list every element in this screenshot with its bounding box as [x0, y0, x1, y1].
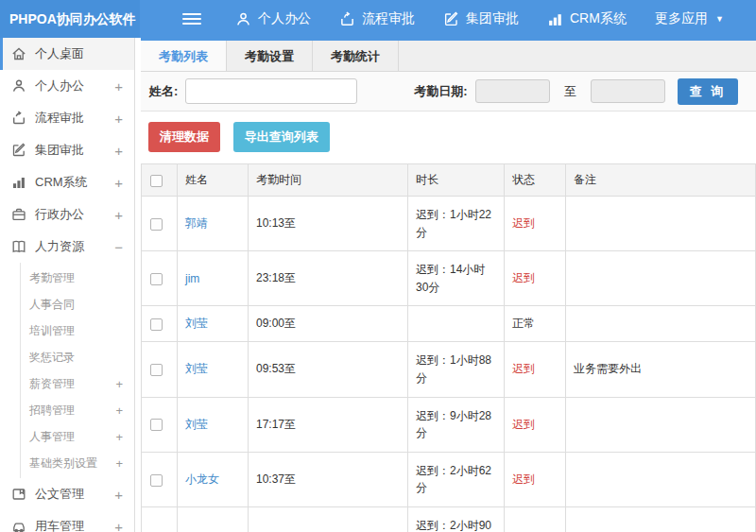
sidebar-item-crm-system[interactable]: CRM系统+	[0, 166, 134, 198]
select-all-checkbox[interactable]	[150, 175, 163, 187]
remark-cell	[566, 251, 756, 306]
expand-icon[interactable]: +	[115, 456, 123, 471]
col-header-duration: 时长	[408, 164, 505, 197]
sidebar-item-vehicle-mgmt[interactable]: 用车管理+	[0, 510, 134, 532]
status-cell: 迟到	[505, 452, 566, 506]
attendance-time-cell: 09:00至	[249, 306, 408, 342]
sidebar-item-label: 用车管理	[35, 518, 84, 532]
col-header-name: 姓名	[178, 164, 249, 197]
topnav-label: 更多应用	[655, 10, 708, 27]
late-duration: 迟到：2小时62分	[416, 462, 496, 497]
sidebar-item-label: 人力资源	[35, 238, 84, 255]
expand-icon[interactable]: +	[114, 519, 123, 532]
col-header-time: 考勤时间	[249, 164, 408, 197]
date-to-input[interactable]	[591, 79, 665, 103]
sidebar-subitem-personnel-mgmt[interactable]: 人事管理+	[21, 423, 134, 450]
date-to-label: 至	[564, 83, 576, 100]
expand-icon[interactable]: +	[115, 430, 123, 444]
late-duration: 迟到：9小时28分	[416, 407, 496, 442]
sidebar-subitem-label: 奖惩记录	[29, 350, 75, 366]
topnav-item-more-apps[interactable]: 更多应用▼	[655, 10, 724, 27]
row-checkbox[interactable]	[150, 474, 163, 487]
topnav-item-group-approval[interactable]: 集团审批	[443, 10, 519, 27]
expand-icon[interactable]: +	[115, 377, 123, 391]
status-cell: 迟到/早退	[505, 506, 566, 532]
topnav-item-workflow-approval[interactable]: 流程审批	[339, 10, 415, 27]
employee-name-link[interactable]: 刘莹	[185, 418, 208, 431]
user-icon	[11, 78, 26, 94]
date-from-input[interactable]	[475, 79, 550, 103]
app-logo: PHPOA协同办公软件	[0, 0, 140, 38]
sidebar-item-personal-desktop[interactable]: 个人桌面	[0, 38, 134, 70]
sidebar-item-label: 个人办公	[35, 77, 84, 94]
date-filter-label: 考勤日期:	[414, 83, 467, 100]
sidebar-item-label: 公文管理	[35, 486, 84, 503]
sidebar-item-group-approval[interactable]: 集团审批+	[0, 134, 134, 166]
topnav-item-personal-office[interactable]: 个人办公	[235, 10, 311, 27]
employee-name-link[interactable]: 小龙女	[185, 472, 219, 486]
sidebar: 个人桌面个人办公+流程审批+集团审批+CRM系统+行政办公+人力资源−考勤管理人…	[0, 38, 135, 532]
tab-attendance-stats[interactable]: 考勤统计	[313, 41, 399, 71]
sidebar-item-workflow-approval[interactable]: 流程审批+	[0, 102, 134, 134]
expand-icon[interactable]: +	[114, 143, 123, 159]
name-filter-input[interactable]	[185, 78, 357, 104]
chart-icon	[547, 11, 563, 27]
top-bar: PHPOA协同办公软件 个人办公流程审批集团审批CRM系统更多应用▼	[0, 0, 756, 38]
export-list-button[interactable]: 导出查询列表	[233, 122, 330, 152]
sidebar-subitem-label: 培训管理	[29, 323, 75, 339]
expand-icon[interactable]: +	[114, 207, 123, 223]
row-checkbox[interactable]	[150, 218, 163, 231]
sidebar-item-human-resources[interactable]: 人力资源−	[0, 231, 134, 263]
employee-name-link[interactable]: 刘莹	[185, 362, 208, 375]
sidebar-item-personal-office[interactable]: 个人办公+	[0, 70, 134, 102]
name-filter-label: 姓名:	[149, 83, 178, 100]
tab-attendance-settings[interactable]: 考勤设置	[227, 41, 313, 71]
attendance-time-cell: 23:18至	[249, 251, 408, 306]
filter-bar: 姓名: 考勤日期: 至 查 询	[141, 72, 756, 112]
user-icon	[235, 11, 251, 27]
sidebar-subitem-salary-mgmt[interactable]: 薪资管理+	[21, 370, 134, 397]
table-row: 管理员10:54至10:54迟到：2小时90分早退：7小时10分迟到/早退111…	[142, 506, 756, 532]
employee-name-link[interactable]: 刘莹	[185, 317, 208, 330]
row-checkbox[interactable]	[150, 419, 163, 431]
expand-icon[interactable]: +	[114, 487, 123, 503]
expand-icon[interactable]: +	[114, 78, 123, 94]
sidebar-item-document-mgmt[interactable]: 公文管理+	[0, 478, 134, 510]
main-content: 考勤列表 考勤设置 考勤统计 姓名: 考勤日期: 至 查 询 清理数据 导出查询…	[141, 38, 756, 532]
status-cell: 正常	[505, 306, 566, 342]
sidebar-subitem-label: 人事合同	[29, 297, 75, 313]
clean-data-button[interactable]: 清理数据	[148, 122, 220, 152]
sidebar-subitem-hr-contract[interactable]: 人事合同	[21, 291, 134, 317]
table-row: 郭靖10:13至迟到：1小时22分迟到	[142, 197, 756, 251]
sidebar-item-admin-office[interactable]: 行政办公+	[0, 198, 134, 231]
topnav-item-crm-system[interactable]: CRM系统	[547, 10, 627, 27]
remark-cell: 业务需要外出	[566, 342, 756, 397]
attendance-time-cell: 10:54至10:54	[249, 506, 408, 532]
employee-name-link[interactable]: 郭靖	[185, 216, 208, 230]
action-bar: 清理数据 导出查询列表	[141, 112, 756, 163]
tab-attendance-list[interactable]: 考勤列表	[141, 41, 227, 71]
duration-cell: 迟到：1小时22分	[408, 197, 505, 251]
expand-icon[interactable]: +	[114, 175, 123, 191]
sidebar-item-label: CRM系统	[35, 174, 88, 191]
expand-icon[interactable]: +	[114, 111, 123, 127]
sidebar-subitem-recruit-mgmt[interactable]: 招聘管理+	[21, 397, 134, 423]
attendance-time-cell: 17:17至	[249, 397, 408, 452]
sidebar-subitem-training-mgmt[interactable]: 培训管理	[21, 317, 134, 344]
expand-icon[interactable]: +	[115, 403, 123, 418]
briefcase-icon	[11, 207, 26, 222]
employee-name-link[interactable]: jim	[185, 272, 199, 285]
late-duration: 迟到：1小时88分	[416, 352, 496, 386]
collapse-icon[interactable]: −	[114, 239, 123, 255]
row-checkbox[interactable]	[150, 273, 163, 285]
sidebar-subitem-reward-punish[interactable]: 奖惩记录	[21, 344, 134, 370]
sidebar-item-label: 集团审批	[35, 142, 84, 159]
search-button[interactable]: 查 询	[678, 78, 739, 105]
caret-down-icon: ▼	[715, 14, 724, 24]
sidebar-subitem-base-category[interactable]: 基础类别设置+	[21, 450, 134, 476]
row-checkbox[interactable]	[150, 364, 163, 376]
row-checkbox[interactable]	[150, 318, 163, 331]
hamburger-menu-icon[interactable]	[182, 13, 201, 25]
sidebar-subitem-attendance-mgmt[interactable]: 考勤管理	[21, 265, 134, 291]
duration-cell: 迟到：1小时88分	[408, 342, 505, 397]
